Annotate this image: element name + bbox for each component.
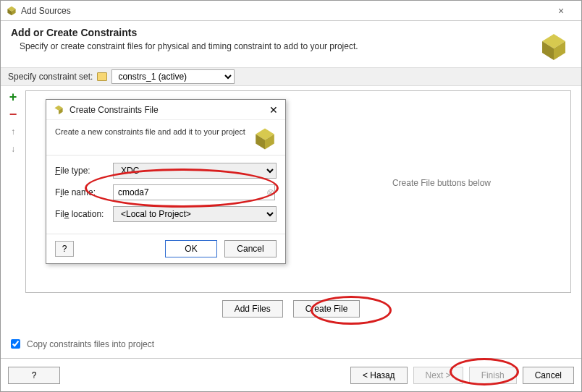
finish-button: Finish [469, 367, 517, 384]
dialog-footer: ? OK Cancel [46, 234, 285, 263]
copy-into-project-checkbox[interactable] [11, 339, 20, 349]
file-type-label: File type: [55, 166, 107, 176]
title-bar: Add Sources × [1, 1, 581, 21]
page-description: Specify or create constraint files for p… [11, 41, 571, 51]
create-constraints-dialog: Create Constraints File ✕ Create a new c… [46, 99, 286, 264]
vivado-logo-icon [539, 33, 568, 64]
dialog-titlebar: Create Constraints File ✕ [46, 100, 285, 120]
dialog-subtitle: Create a new constraints file and add it… [55, 127, 248, 150]
file-location-label: File location: [55, 209, 107, 219]
move-up-button[interactable]: ↑ [7, 125, 20, 138]
clear-input-icon[interactable]: ⊗ [265, 187, 277, 198]
add-sources-window: Add Sources × Add or Create Constraints … [0, 0, 582, 392]
list-toolbar: + − ↑ ↓ [5, 90, 21, 155]
copy-into-project-label: Copy constraints files into project [27, 339, 154, 349]
add-item-button[interactable]: + [7, 90, 20, 103]
constraint-set-row: Specify constraint set: constrs_1 (activ… [1, 67, 581, 86]
file-name-input[interactable] [113, 184, 275, 200]
window-close-button[interactable]: × [547, 5, 575, 17]
constraint-set-select[interactable]: constrs_1 (active) [111, 69, 235, 84]
file-name-label: File name: [55, 187, 107, 197]
dialog-close-button[interactable]: ✕ [269, 104, 278, 116]
dialog-subtitle-row: Create a new constraints file and add it… [46, 120, 285, 155]
remove-item-button[interactable]: − [7, 108, 20, 121]
dialog-title: Create Constraints File [69, 105, 263, 115]
empty-list-hint: Create File buttons below [392, 178, 491, 188]
window-title: Add Sources [7, 6, 547, 16]
header: Add or Create Constraints Specify or cre… [1, 21, 581, 67]
constraint-set-label: Specify constraint set: [8, 72, 93, 82]
dialog-cancel-button[interactable]: Cancel [224, 240, 277, 257]
dialog-body: File type: XDC File name: ⊗ File locatio… [46, 155, 285, 234]
move-down-button[interactable]: ↓ [7, 142, 20, 155]
file-type-select[interactable]: XDC [113, 163, 277, 179]
copy-into-project-row: Copy constraints files into project [8, 337, 154, 351]
file-name-row: File name: ⊗ [55, 184, 277, 200]
file-location-row: File location: <Local to Project> [55, 206, 277, 222]
file-type-row: File type: XDC [55, 163, 277, 179]
back-button[interactable]: < Назад [350, 367, 408, 384]
app-logo-icon [7, 6, 17, 16]
file-location-select[interactable]: <Local to Project> [113, 206, 277, 222]
window-title-text: Add Sources [21, 6, 71, 16]
help-button[interactable]: ? [8, 367, 60, 384]
page-heading: Add or Create Constraints [11, 27, 571, 38]
add-files-button[interactable]: Add Files [222, 300, 283, 318]
folder-icon [97, 72, 107, 81]
dialog-help-button[interactable]: ? [55, 241, 74, 257]
cancel-button[interactable]: Cancel [523, 367, 574, 384]
next-button: Next > [413, 367, 463, 384]
wizard-footer: ? < Назад Next > Finish Cancel [1, 358, 581, 391]
vivado-logo-icon [253, 127, 277, 150]
app-logo-icon [54, 105, 64, 115]
create-file-button[interactable]: Create File [293, 300, 360, 318]
dialog-ok-button[interactable]: OK [165, 240, 217, 257]
file-buttons-row: Add Files Create File [1, 300, 581, 318]
